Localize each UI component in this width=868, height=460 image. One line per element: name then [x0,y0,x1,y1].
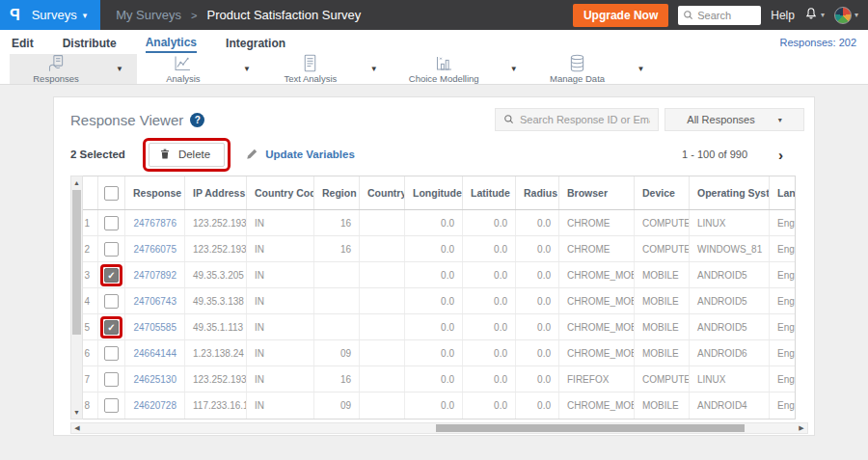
cell-country [360,366,405,392]
column-header-label: Response ID [133,187,185,199]
select-all-checkbox-cell[interactable] [98,176,125,209]
column-header-response-id[interactable]: Response ID▲ [125,176,185,209]
response-id-link[interactable]: 24706743 [125,288,185,313]
global-search[interactable] [678,6,761,25]
column-header-radius[interactable]: Radius [516,176,559,209]
row-checkbox-cell[interactable] [98,392,125,419]
row-checkbox-cell[interactable] [98,210,125,235]
toolbar-choice-modelling-caret[interactable]: ▼ [497,54,531,84]
vertical-scrollbar-thumb[interactable] [72,190,81,335]
toolbar-analysis-caret[interactable]: ▼ [230,54,264,84]
breadcrumb-my-surveys[interactable]: My Surveys [116,8,181,22]
column-header-ip-address[interactable]: IP Address [185,176,247,209]
column-header-country-code[interactable]: Country Code [247,176,314,209]
responses-filter-dropdown[interactable]: All Responses ▾ [665,108,804,131]
table-row: 124767876123.252.193.148IN160.00.00.0CHR… [71,210,795,236]
select-all-checkbox[interactable] [104,186,119,201]
toolbar-responses-button[interactable]: Responses [10,54,102,84]
row-checkbox-cell[interactable]: ✓ [98,314,125,339]
toolbar-group-choice-modelling: Choice Modelling ▼ [392,54,531,84]
horizontal-scrollbar[interactable]: ◀ ▶ [70,422,808,434]
chevron-down-icon: ▾ [778,116,782,124]
delete-button[interactable]: Delete [149,143,225,167]
response-search[interactable] [495,108,659,131]
tab-distribute[interactable]: Distribute [63,33,117,52]
scroll-right-icon[interactable]: ▶ [796,423,807,433]
horizontal-scrollbar-thumb[interactable] [436,424,745,432]
row-checkbox[interactable] [104,398,119,413]
column-header-country[interactable]: Country [360,176,405,209]
cell-ip-address: 123.252.193.148 [185,236,247,261]
row-checkbox-cell[interactable] [98,288,125,313]
responses-icon [46,53,67,73]
row-checkbox[interactable] [104,294,119,309]
cell-operating-system: ANDROID5 [690,288,770,313]
column-header-label: Country Code [255,187,314,199]
row-checkbox-cell[interactable]: ✓ [98,262,125,287]
response-id-link[interactable]: 24620728 [125,392,185,419]
cell-latitude: 0.0 [463,236,516,261]
account-menu[interactable]: ▾ [834,7,858,24]
row-checkbox-cell[interactable] [98,340,125,365]
questionpro-logo-icon: P [10,7,20,24]
toolbar-group-analysis: Analysis ▼ [137,54,264,84]
response-id-link[interactable]: 24705585 [125,314,185,339]
cell-ip-address: 49.35.3.205 [185,262,247,287]
cell-country [360,340,405,365]
scroll-up-icon[interactable]: ▲ [71,176,82,189]
row-checkbox[interactable] [104,346,119,361]
cell-device: COMPUTER [635,210,690,235]
tab-analytics[interactable]: Analytics [146,32,197,53]
tab-integration[interactable]: Integration [226,33,285,52]
toolbar-text-analysis-button[interactable]: Text Analysis [264,54,357,84]
row-checkbox[interactable] [104,372,119,387]
column-header-label: Latitude [471,187,510,199]
cell-operating-system: WINDOWS_81 [690,236,770,261]
toolbar-manage-data-label: Manage Data [550,73,605,84]
scroll-down-icon[interactable]: ▼ [71,406,82,419]
toolbar-manage-data-caret[interactable]: ▼ [624,54,659,84]
toolbar-group-responses: Responses ▼ [10,54,137,84]
tab-edit[interactable]: Edit [12,33,34,52]
column-header-region[interactable]: Region [314,176,360,209]
scroll-left-icon[interactable]: ◀ [71,423,83,433]
vertical-scrollbar[interactable]: ▲ ▼ [70,176,83,419]
breadcrumb: My Surveys > Product Satisfaction Survey [116,8,361,22]
column-header-browser[interactable]: Browser [559,176,635,209]
toolbar-manage-data-button[interactable]: Manage Data [531,54,624,84]
toolbar-choice-modelling-button[interactable]: Choice Modelling [392,54,497,84]
toolbar-analysis-button[interactable]: Analysis [137,54,230,84]
row-checkbox[interactable] [104,216,119,230]
row-checkbox-checked[interactable]: ✓ [104,268,119,283]
next-page-button[interactable]: › [778,147,783,163]
response-id-link[interactable]: 24766075 [125,236,185,261]
row-checkbox-checked[interactable]: ✓ [104,320,119,335]
surveys-menu[interactable]: Surveys ▾ [32,8,88,22]
responses-count[interactable]: Responses: 202 [780,37,857,48]
row-checkbox-cell[interactable] [98,366,125,392]
response-id-link[interactable]: 24664144 [125,340,185,365]
help-icon[interactable]: ? [190,113,204,127]
column-header-language[interactable]: Lan [770,176,795,209]
response-id-link[interactable]: 24707892 [125,262,185,287]
notifications-menu[interactable]: ▾ [804,7,825,24]
row-checkbox-cell[interactable] [98,236,125,261]
column-header-operating-system[interactable]: Operating System [690,176,770,209]
upgrade-now-button[interactable]: Upgrade Now [573,4,668,27]
response-id-link[interactable]: 24625130 [125,366,185,392]
column-header-longitude[interactable]: Longitude [405,176,463,209]
survey-tabbar: Edit Distribute Analytics Integration Re… [0,30,868,54]
update-variables-button[interactable]: Update Variables [246,148,355,162]
toolbar-responses-caret[interactable]: ▼ [102,54,137,84]
help-link[interactable]: Help [771,9,795,22]
toolbar-text-analysis-caret[interactable]: ▼ [357,54,392,84]
global-search-input[interactable] [697,10,755,21]
column-header-device[interactable]: Device [635,176,690,209]
column-header-latitude[interactable]: Latitude [463,176,516,209]
response-search-input[interactable] [520,114,650,125]
response-id-link[interactable]: 24767876 [125,210,185,235]
cell-device: MOBILE [635,392,690,419]
brand-area[interactable]: P Surveys ▾ [0,0,100,30]
cell-country-code: IN [247,210,314,235]
row-checkbox[interactable] [104,242,119,257]
